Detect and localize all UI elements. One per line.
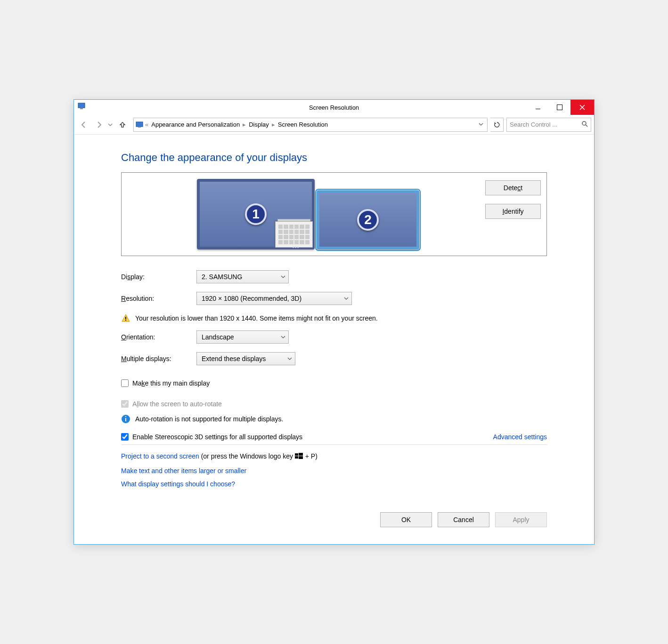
multi-display-label: Multiple displays: [121, 355, 196, 362]
resolution-combo[interactable]: 1920 × 1080 (Recommended, 3D) [196, 292, 352, 305]
info-text: Auto-rotation is not supported for multi… [135, 415, 283, 423]
divider [121, 444, 547, 445]
monitor-number: 1 [245, 203, 267, 225]
autorotate-label: Allow the screen to auto-rotate [132, 400, 222, 408]
refresh-button[interactable] [490, 118, 504, 132]
svg-rect-1 [80, 108, 83, 109]
page-title: Change the appearance of your displays [121, 152, 547, 164]
monitor-2[interactable]: 2 [317, 190, 419, 250]
forward-button[interactable] [92, 118, 106, 132]
detect-button[interactable]: Detect [485, 180, 541, 195]
main-display-checkbox-row: Make this my main display [121, 379, 547, 387]
breadcrumb-bar[interactable]: « Appearance and Personalization ▸ Displ… [133, 118, 488, 132]
titlebar-buttons [527, 100, 594, 115]
window: Screen Resolution « Appearance [73, 99, 595, 545]
help-link[interactable]: What display settings should I choose? [121, 480, 235, 488]
breadcrumb-dropdown-icon[interactable] [479, 121, 485, 128]
svg-rect-0 [78, 103, 85, 108]
project-suffix: (or press the Windows logo key + P) [201, 452, 318, 460]
main-display-label[interactable]: Make this my main display [132, 379, 210, 387]
svg-rect-10 [295, 453, 298, 456]
display-label: Display: [121, 273, 196, 281]
svg-rect-8 [125, 418, 126, 421]
search-input[interactable] [510, 121, 579, 128]
control-panel-icon [136, 121, 144, 129]
orientation-combo[interactable]: Landscape [196, 330, 289, 344]
autorotate-checkbox [121, 400, 129, 408]
ok-button[interactable]: OK [380, 512, 432, 527]
resolution-label: Resolution: [121, 295, 196, 302]
footer: OK Cancel Apply [74, 503, 594, 544]
svg-rect-5 [125, 317, 126, 319]
cancel-button[interactable]: Cancel [438, 512, 489, 527]
svg-rect-12 [295, 456, 298, 459]
titlebar-title: Screen Resolution [74, 104, 594, 111]
search-box[interactable] [506, 118, 591, 132]
history-dropdown-icon[interactable] [107, 122, 114, 127]
stereo-label[interactable]: Enable Stereoscopic 3D settings for all … [132, 433, 302, 441]
info-icon [121, 414, 130, 424]
display-preview: 1 2 Detect Identify [121, 172, 547, 256]
monitor-1[interactable]: 1 [197, 179, 315, 250]
back-button[interactable] [77, 118, 91, 132]
info-row: Auto-rotation is not supported for multi… [121, 414, 547, 424]
breadcrumb-item[interactable]: Screen Resolution [276, 121, 330, 128]
display-combo[interactable]: 2. SAMSUNG [196, 270, 289, 283]
orientation-label: Orientation: [121, 333, 196, 341]
svg-point-4 [582, 121, 586, 125]
chevron-down-icon [281, 333, 285, 341]
advanced-settings-link[interactable]: Advanced settings [493, 433, 547, 441]
main-display-checkbox[interactable] [121, 379, 129, 387]
identify-button[interactable]: Identify [485, 204, 541, 219]
project-second-screen-link[interactable]: Project to a second screen [121, 452, 199, 460]
windows-logo-icon [295, 452, 303, 461]
maximize-button[interactable] [549, 100, 570, 115]
svg-rect-3 [138, 127, 141, 128]
breadcrumb-item[interactable]: Display [247, 121, 271, 128]
stereo-checkbox[interactable] [121, 433, 129, 441]
navbar: « Appearance and Personalization ▸ Displ… [74, 115, 594, 135]
apply-button: Apply [495, 512, 547, 527]
chevron-right-icon: ▸ [271, 121, 276, 128]
autorotate-checkbox-row: Allow the screen to auto-rotate [121, 400, 547, 408]
close-button[interactable] [570, 100, 594, 115]
breadcrumb-item[interactable]: Appearance and Personalization [149, 121, 242, 128]
titlebar: Screen Resolution [74, 100, 594, 115]
chevron-down-icon [287, 355, 292, 362]
chevron-down-icon [344, 295, 349, 302]
monitor-number: 2 [357, 209, 379, 231]
app-icon [78, 102, 86, 113]
chevron-right-icon: ▸ [242, 121, 247, 128]
warning-row: Your resolution is lower than 1920 x 144… [121, 314, 547, 323]
svg-rect-2 [136, 122, 143, 127]
svg-rect-11 [299, 453, 303, 456]
search-icon [581, 121, 588, 129]
warning-text: Your resolution is lower than 1920 x 144… [135, 314, 378, 322]
svg-rect-6 [125, 320, 126, 321]
chevron-down-icon [281, 273, 285, 281]
minimize-button[interactable] [527, 100, 549, 115]
warning-icon [121, 314, 130, 323]
up-button[interactable] [116, 119, 129, 131]
keyboard-icon [275, 221, 313, 248]
text-size-link[interactable]: Make text and other items larger or smal… [121, 467, 246, 475]
svg-rect-9 [125, 416, 126, 417]
content: Change the appearance of your displays 1… [74, 135, 594, 503]
multi-display-combo[interactable]: Extend these displays [196, 352, 295, 365]
svg-rect-13 [299, 456, 303, 459]
chevron-icon: « [144, 121, 149, 128]
